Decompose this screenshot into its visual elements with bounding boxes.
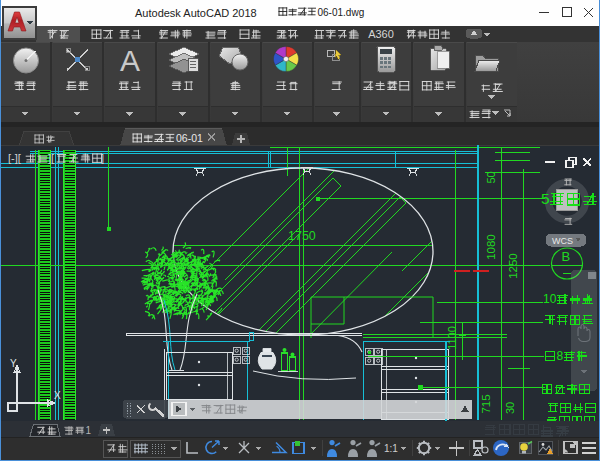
svg-text:1750: 1750 [288,229,316,243]
svg-text:A: A [120,44,140,77]
svg-text:1: 1 [86,425,92,436]
svg-text:5: 5 [541,190,550,207]
svg-text:1080: 1080 [485,234,497,260]
svg-text:A360: A360 [368,28,394,40]
svg-text:][: ][ [48,152,54,164]
svg-text:WCS: WCS [552,236,573,246]
svg-text:1250: 1250 [507,253,519,279]
svg-text:715: 715 [480,394,492,413]
svg-text:X: X [54,390,61,401]
svg-text:B: B [562,249,571,264]
svg-text:8: 8 [557,349,564,363]
svg-text:06-01: 06-01 [176,132,203,144]
svg-text:1100: 1100 [446,326,458,350]
svg-text:10: 10 [543,292,557,306]
svg-text:Y: Y [10,358,17,369]
svg-text:06-01.dwg: 06-01.dwg [318,7,365,18]
svg-text:1:1: 1:1 [384,443,398,454]
svg-text:[-][: [-][ [8,152,21,164]
svg-text:30: 30 [504,402,516,414]
svg-text:]: ] [101,152,104,164]
svg-text:Autodesk AutoCAD 2018: Autodesk AutoCAD 2018 [135,7,257,19]
svg-text:50: 50 [485,171,497,183]
